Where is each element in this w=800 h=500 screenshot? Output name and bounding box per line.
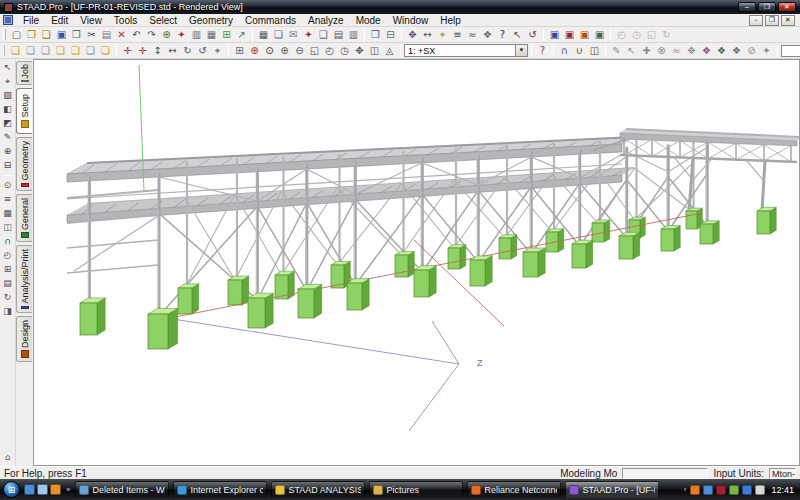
child-restore-button[interactable]: ❐ [765,15,779,26]
blackwhite-display-icon[interactable]: ◫ [367,44,382,58]
take-picture-icon[interactable]: ✦ [301,28,316,42]
menu-window[interactable]: Window [387,15,435,26]
orbit-icon[interactable]: ⌖ [210,44,225,58]
print-icon[interactable]: ▦ [256,28,271,42]
pan-icon[interactable]: ✥ [352,44,367,58]
rotate-cw-icon[interactable]: ↻ [180,44,195,58]
child-minimize-button[interactable]: – [749,15,763,26]
tab-job[interactable]: Job [16,61,32,85]
plate-tool-icon[interactable]: ▦ [1,207,15,220]
window-switcher-icon[interactable] [37,484,48,495]
nodes-cursor-icon[interactable]: ↖ [1,61,15,74]
menu-analyze[interactable]: Analyze [302,15,350,26]
cut-icon[interactable]: ✂ [84,28,99,42]
beams-cursor-icon[interactable]: ⌖ [1,75,15,88]
node-labels-icon[interactable]: ⌖ [435,28,450,42]
solids-cursor-icon[interactable]: ◩ [1,117,15,130]
support-cursor-icon[interactable]: ⊟ [1,159,15,172]
tray-security-icon[interactable] [716,485,726,495]
rotate-ccw-icon[interactable]: ↺ [195,44,210,58]
zoom-in-icon[interactable]: ⊕ [277,44,292,58]
show-box-icon[interactable]: ◫ [587,44,602,58]
spin-horizontal-icon[interactable]: ↔ [165,44,180,58]
surfaces-cursor-icon[interactable]: ◧ [1,103,15,116]
run-analysis-icon[interactable]: ✦ [174,28,189,42]
add-beam-tool-icon[interactable]: ↖ [624,44,639,58]
taskbar-task-pictures[interactable]: Pictures [369,481,463,498]
view-back-icon[interactable]: ❏ [38,44,53,58]
view-front-icon[interactable]: ❏ [23,44,38,58]
connect-beams-icon[interactable]: ✚ [639,44,654,58]
mail-icon[interactable]: ✉ [286,28,301,42]
user-table-icon[interactable]: ▣ [547,28,562,42]
tray-expand-chevron[interactable]: ‹ [683,485,688,494]
child-close-button[interactable]: ✕ [781,15,795,26]
tray-update-icon[interactable] [729,485,739,495]
specification-icon[interactable]: ▣ [592,28,607,42]
toolbar-grip[interactable] [3,45,5,56]
intersect-beams-icon[interactable]: ❖ [714,44,729,58]
show-desktop-icon[interactable] [24,484,35,495]
rotate-down-icon[interactable]: ✛ [135,44,150,58]
new-file-icon[interactable]: ▢ [9,28,24,42]
snap-node-beam-icon[interactable]: ⊞ [219,28,234,42]
help-icon[interactable]: ? [495,28,510,42]
tray-display-icon[interactable] [703,485,713,495]
tray-app-orange-icon[interactable] [690,485,700,495]
rendered-view-canvas[interactable]: Z [33,59,800,466]
text-cursor-icon[interactable]: ✎ [1,131,15,144]
units-icon[interactable]: ≈ [465,28,480,42]
trim-beam-icon[interactable]: ❖ [729,44,744,58]
open-project-icon[interactable]: ❑ [39,28,54,42]
tile-windows-icon[interactable]: ⊟ [383,28,398,42]
new-window-icon[interactable]: ❒ [368,28,383,42]
next-view-icon[interactable]: ◷ [629,28,644,42]
view-left-icon[interactable]: ❏ [83,44,98,58]
escape-cursor-icon[interactable]: ↗ [234,28,249,42]
break-beam-icon[interactable]: ⊗ [654,44,669,58]
zoom-out-icon[interactable]: ⊖ [292,44,307,58]
toolbar-grip[interactable] [3,29,6,40]
tab-analysis-print[interactable]: Analysis/Print [16,245,32,313]
restore-button[interactable]: ❐ [758,2,776,12]
named-view-icon[interactable]: ◱ [644,28,659,42]
open-file-icon[interactable]: ❐ [24,28,39,42]
command-input[interactable] [781,45,800,57]
renumber-icon[interactable]: ❖ [699,44,714,58]
perspective-icon[interactable]: ◬ [382,44,397,58]
translational-repeat-icon[interactable]: ▤ [1,277,15,290]
menu-view[interactable]: View [74,15,108,26]
input-editor-icon[interactable]: ▥ [189,28,204,42]
zoom-capture-icon[interactable]: ⊙ [262,44,277,58]
structure-wizard-icon[interactable]: ⌂ [1,451,15,464]
arc-tool-icon[interactable]: ◴ [1,249,15,262]
measure-tool-icon[interactable]: ⊘ [744,44,759,58]
view-selector-combo[interactable]: 1: +SX▼ [404,44,528,57]
help-bulb-icon[interactable]: ? [535,44,550,58]
plates-cursor-icon[interactable]: ▨ [1,89,15,102]
range-intersection-icon[interactable]: ∩ [557,44,572,58]
rotate-cursor-icon[interactable]: ↺ [525,28,540,42]
taskbar-task-staad-pro-uf-p[interactable]: STAAD.Pro - [UF-P... [565,481,659,498]
snap-grid-icon[interactable]: ⊞ [1,263,15,276]
view-top-icon[interactable]: ❏ [53,44,68,58]
tab-design[interactable]: Design [16,316,32,362]
quicklaunch-overflow-chevron[interactable]: » [65,485,71,494]
menu-edit[interactable]: Edit [45,15,74,26]
chevron-down-icon[interactable]: ▼ [515,45,527,56]
menu-file[interactable]: File [17,15,45,26]
beam-labels-icon[interactable]: ≡ [450,28,465,42]
menu-select[interactable]: Select [143,15,183,26]
material-table-icon[interactable]: ▣ [577,28,592,42]
copy-icon[interactable]: ❒ [69,28,84,42]
save-icon[interactable]: ▣ [54,28,69,42]
view-bottom-icon[interactable]: ❏ [68,44,83,58]
mirror-icon[interactable]: ◨ [1,305,15,318]
taskbar-task-deleted-items-wi[interactable]: Deleted Items - Wi... [75,481,169,498]
section-wizard-icon[interactable]: ✦ [759,44,774,58]
export-picture-icon[interactable]: ❑ [316,28,331,42]
view-iso-icon[interactable]: ❏ [8,44,23,58]
display-whole-structure-icon[interactable]: ⊞ [232,44,247,58]
delete-icon[interactable]: ✕ [114,28,129,42]
menu-geometry[interactable]: Geometry [183,15,239,26]
